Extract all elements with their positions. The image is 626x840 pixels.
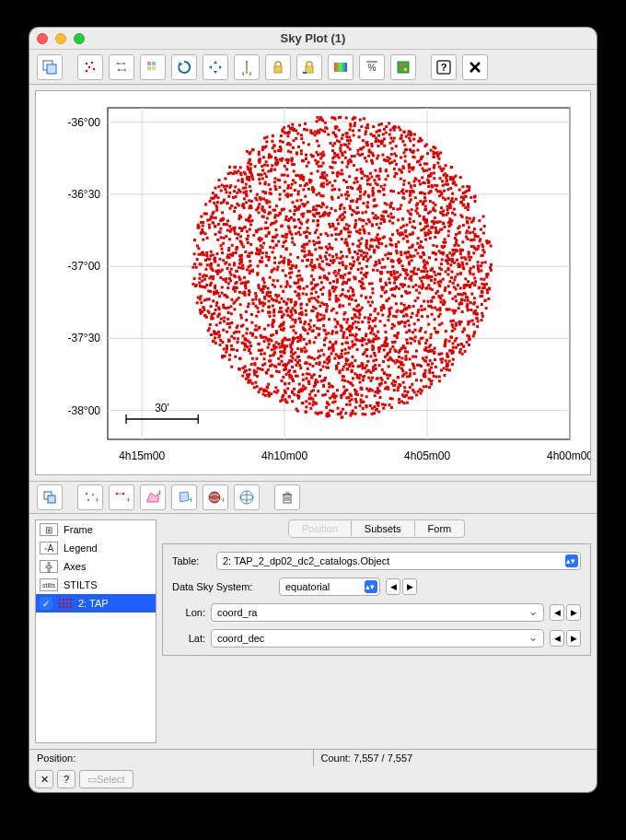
svg-rect-18: [303, 72, 307, 74]
sky-system-label: Data Sky System:: [172, 581, 273, 592]
dismiss-button[interactable]: ✕: [35, 770, 53, 788]
lat-next-button[interactable]: ▶: [566, 630, 581, 647]
help-small-button[interactable]: ?: [57, 770, 75, 788]
tab-subsets[interactable]: Subsets: [352, 519, 415, 538]
tree-item-label: Frame: [64, 524, 93, 535]
window: Sky Plot (1) % ? + + + + +: [29, 28, 597, 792]
svg-rect-16: [274, 66, 282, 73]
svg-text:+: +: [189, 496, 192, 505]
svg-rect-17: [306, 66, 313, 73]
svg-rect-22: [398, 62, 409, 73]
count-label: Count:: [321, 752, 351, 764]
add-healpix-layer-button[interactable]: +: [203, 484, 228, 510]
tree-item-stilts[interactable]: stiltsSTILTS: [36, 576, 156, 594]
lock-axes-button[interactable]: [296, 54, 322, 80]
add-quad-layer-button[interactable]: +: [171, 484, 197, 510]
add-pair-layer-button[interactable]: +: [109, 484, 134, 510]
sky-system-select[interactable]: equatorial▴▾: [279, 578, 380, 596]
plot-viewport[interactable]: [35, 90, 591, 475]
lon-prev-button[interactable]: ◀: [550, 604, 564, 621]
minimize-window-button[interactable]: [55, 33, 66, 44]
svg-rect-14: [152, 66, 156, 70]
tree-item-label: 2: TAP: [78, 598, 109, 609]
datastore-button[interactable]: [390, 54, 416, 80]
pair-layer-button[interactable]: [109, 54, 134, 80]
svg-rect-28: [48, 496, 55, 503]
tree-item-frame[interactable]: ⊞Frame: [36, 520, 156, 539]
table-select[interactable]: 2: TAP_2_dp02_dc2_catalogs.Object▴▾: [216, 552, 581, 570]
tree-item-label: Legend: [64, 542, 98, 554]
add-position-layer-button[interactable]: [37, 484, 63, 510]
zoom-window-button[interactable]: [74, 33, 85, 44]
svg-rect-24: [404, 68, 407, 71]
help-button[interactable]: ?: [431, 54, 457, 80]
sky-next-button[interactable]: ▶: [402, 578, 417, 595]
layer-toolbar: + + + + +: [29, 481, 597, 514]
add-mark-layer-button[interactable]: +: [77, 484, 103, 510]
measure-button[interactable]: [234, 54, 260, 80]
layer-swatch-icon: [58, 598, 73, 609]
add-area-layer-button[interactable]: +: [140, 484, 166, 510]
rescale-button[interactable]: [203, 54, 228, 80]
layer-config-pane: Position Subsets Form Table: 2: TAP_2_dp…: [162, 519, 591, 743]
svg-rect-1: [47, 64, 56, 74]
svg-point-30: [92, 494, 94, 496]
close-window-button[interactable]: [37, 33, 48, 44]
svg-point-4: [88, 65, 90, 67]
svg-text:+: +: [126, 496, 130, 505]
select-button[interactable]: ▭ Select: [79, 770, 133, 788]
svg-point-31: [87, 499, 89, 501]
status-bar: Position: Count: 7,557 / 7,557: [29, 749, 597, 766]
tab-form[interactable]: Form: [415, 519, 466, 538]
lat-label: Lat:: [172, 633, 205, 644]
lat-field[interactable]: coord_dec: [211, 629, 544, 648]
tree-item-label: STILTS: [64, 579, 97, 590]
points-layer-button[interactable]: [77, 54, 103, 80]
bottom-bar: ✕ ? ▭ Select: [29, 766, 597, 792]
replot-button[interactable]: [171, 54, 197, 80]
svg-point-5: [93, 67, 95, 69]
grid-layer-button[interactable]: [140, 54, 166, 80]
svg-rect-11: [147, 62, 151, 65]
lon-label: Lon:: [172, 607, 205, 618]
titlebar: Sky Plot (1): [29, 28, 597, 50]
table-label: Table:: [172, 555, 211, 566]
close-button[interactable]: [462, 54, 488, 80]
delete-layer-button[interactable]: [274, 484, 300, 510]
svg-text:+: +: [157, 489, 161, 497]
add-sphere-grid-button[interactable]: [234, 484, 260, 510]
position-readout-label: Position:: [37, 752, 75, 764]
svg-point-6: [86, 69, 87, 71]
svg-text:?: ?: [441, 62, 447, 73]
main-toolbar: % ?: [29, 50, 597, 85]
svg-point-38: [209, 492, 220, 503]
sky-prev-button[interactable]: ◀: [386, 578, 400, 595]
svg-text:+: +: [95, 496, 99, 505]
svg-point-3: [91, 61, 93, 63]
aux-shader-button[interactable]: [328, 54, 354, 80]
body: ⊞Frame ◦ALegend ╬Axes stiltsSTILTS ✓ 2: …: [29, 514, 597, 749]
svg-rect-23: [400, 64, 402, 66]
tab-position[interactable]: Position: [288, 519, 352, 538]
export-plot-button[interactable]: [37, 54, 63, 80]
config-tabs: Position Subsets Form: [162, 519, 591, 538]
tree-item-legend[interactable]: ◦ALegend: [36, 539, 156, 557]
svg-point-15: [246, 61, 248, 63]
tree-item-label: Axes: [64, 561, 86, 572]
count-value: 7,557 / 7,557: [354, 752, 412, 764]
svg-rect-12: [152, 62, 156, 65]
lat-prev-button[interactable]: ◀: [550, 630, 564, 647]
svg-rect-19: [334, 63, 347, 72]
svg-text:%: %: [368, 63, 377, 73]
lon-field[interactable]: coord_ra: [211, 603, 544, 622]
lock-aux-button[interactable]: [265, 54, 291, 80]
tree-item-layer-tap[interactable]: ✓ 2: TAP: [36, 594, 156, 612]
layer-visible-checkbox[interactable]: ✓: [40, 597, 52, 610]
percent-button[interactable]: %: [359, 54, 385, 80]
position-panel: Table: 2: TAP_2_dp02_dc2_catalogs.Object…: [162, 543, 591, 656]
lon-next-button[interactable]: ▶: [566, 604, 581, 621]
tree-item-axes[interactable]: ╬Axes: [36, 557, 156, 576]
layer-tree[interactable]: ⊞Frame ◦ALegend ╬Axes stiltsSTILTS ✓ 2: …: [35, 519, 156, 743]
svg-text:+: +: [221, 496, 224, 505]
svg-point-29: [86, 493, 87, 495]
